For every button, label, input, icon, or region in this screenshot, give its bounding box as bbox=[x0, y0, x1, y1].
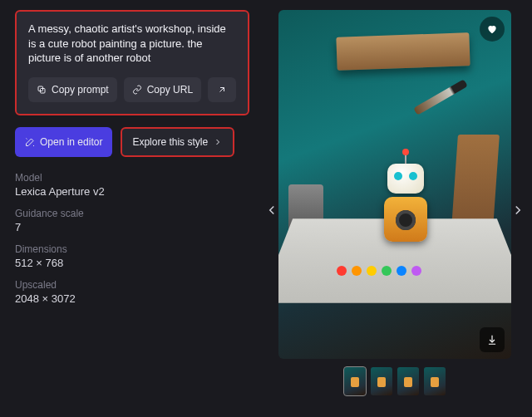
prompt-actions: Copy prompt Copy URL bbox=[28, 77, 236, 102]
thumbnail[interactable] bbox=[371, 367, 392, 395]
copy-url-label: Copy URL bbox=[147, 84, 193, 96]
open-in-editor-button[interactable]: Open in editor bbox=[15, 127, 112, 157]
download-button[interactable] bbox=[480, 327, 505, 352]
meta-guidance-label: Guidance scale bbox=[15, 208, 249, 219]
meta-upscaled-label: Upscaled bbox=[15, 279, 249, 291]
external-link-icon bbox=[217, 85, 227, 95]
copy-icon bbox=[37, 85, 47, 95]
meta-model-value: Lexica Aperture v2 bbox=[15, 185, 249, 198]
download-icon bbox=[486, 334, 498, 346]
prompt-box: A messy, chaotic artist's workshop, insi… bbox=[15, 10, 249, 115]
copy-url-button[interactable]: Copy URL bbox=[124, 77, 201, 102]
metadata-list: Model Lexica Aperture v2 Guidance scale … bbox=[15, 172, 249, 305]
meta-guidance: Guidance scale 7 bbox=[15, 208, 249, 233]
meta-dimensions-value: 512 × 768 bbox=[15, 257, 249, 269]
thumbnail[interactable] bbox=[424, 367, 446, 395]
meta-upscaled: Upscaled 2048 × 3072 bbox=[15, 279, 249, 305]
thumbnail[interactable] bbox=[397, 367, 419, 395]
explore-style-button[interactable]: Explore this style bbox=[121, 127, 234, 157]
thumbnail-strip bbox=[344, 367, 446, 395]
image-illustration bbox=[278, 10, 511, 359]
meta-dimensions-label: Dimensions bbox=[15, 243, 249, 255]
favorite-button[interactable] bbox=[480, 17, 505, 42]
link-icon bbox=[132, 85, 142, 95]
image-viewer bbox=[266, 10, 524, 410]
meta-model-label: Model bbox=[15, 172, 249, 184]
chevron-right-icon bbox=[510, 203, 525, 218]
explore-style-label: Explore this style bbox=[132, 136, 208, 148]
chevron-left-icon bbox=[264, 203, 279, 218]
primary-actions: Open in editor Explore this style bbox=[15, 127, 249, 157]
generated-image bbox=[278, 10, 511, 359]
chevron-right-icon bbox=[213, 137, 223, 147]
meta-model: Model Lexica Aperture v2 bbox=[15, 172, 249, 198]
heart-icon bbox=[486, 23, 498, 35]
meta-upscaled-value: 2048 × 3072 bbox=[15, 292, 249, 305]
meta-guidance-value: 7 bbox=[15, 221, 249, 233]
thumbnail[interactable] bbox=[344, 367, 366, 395]
details-panel: A messy, chaotic artist's workshop, insi… bbox=[15, 10, 249, 410]
copy-prompt-label: Copy prompt bbox=[52, 84, 109, 96]
wand-icon bbox=[25, 137, 35, 147]
meta-dimensions: Dimensions 512 × 768 bbox=[15, 243, 249, 269]
prompt-text: A messy, chaotic artist's workshop, insi… bbox=[28, 22, 236, 66]
open-external-button[interactable] bbox=[208, 77, 236, 102]
open-in-editor-label: Open in editor bbox=[40, 136, 102, 148]
copy-prompt-button[interactable]: Copy prompt bbox=[28, 77, 117, 102]
